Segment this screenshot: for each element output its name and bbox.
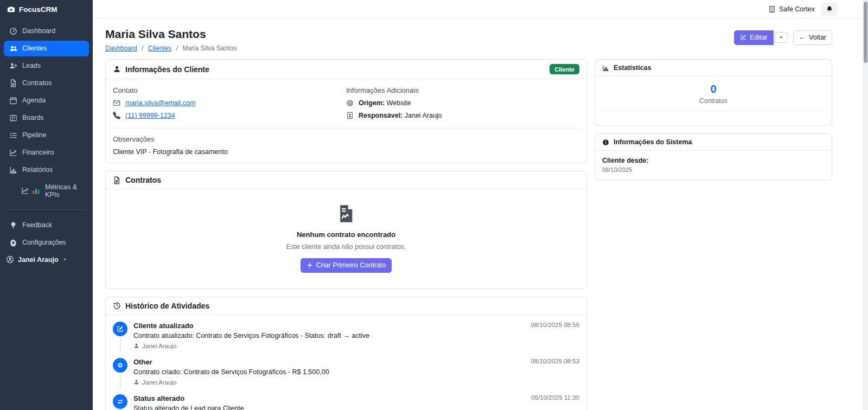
- origin-row: Origem: Website: [346, 99, 579, 107]
- sidebar-item-boards[interactable]: Boards: [4, 110, 89, 126]
- content-grid: Informações do Cliente Cliente Contato: [105, 59, 832, 410]
- arrow-left-icon: ←: [799, 33, 806, 42]
- kanban-icon: [9, 114, 17, 122]
- sidebar-item-leads[interactable]: Leads: [4, 58, 89, 74]
- empty-state-title: Nenhum contrato encontrado: [297, 230, 395, 239]
- chart-colored-icon: [32, 187, 40, 195]
- phone-link[interactable]: (11) 99999-1234: [125, 112, 175, 119]
- statistics-header: Estatísticas: [595, 60, 832, 76]
- breadcrumb-link-clientes[interactable]: Clientes: [148, 44, 171, 52]
- sidebar-item-clientes[interactable]: Clientes: [4, 41, 89, 56]
- edit-button[interactable]: Editar: [734, 30, 774, 45]
- sidebar-user-menu[interactable]: Janei Araujo: [0, 251, 93, 268]
- activity-description: Contrato atualizado: Contrato de Serviço…: [133, 332, 579, 339]
- person-badge-icon: [346, 112, 354, 119]
- activity-bubble: [113, 322, 127, 336]
- breadcrumb-link-dashboard[interactable]: Dashboard: [105, 44, 137, 52]
- email-link[interactable]: maria.silva@email.com: [125, 99, 195, 107]
- activity-bubble: [113, 394, 127, 409]
- workspace-name: Safe Cortex: [779, 5, 815, 13]
- activity-history-card: Histórico de Atividades: [105, 297, 587, 410]
- create-first-contract-label: Criar Primeiro Contrato: [316, 261, 386, 270]
- contracts-header: Contratos: [106, 171, 586, 189]
- file-text-icon: [113, 176, 121, 184]
- side-column: Estatísticas 0 Contratos: [595, 59, 832, 410]
- additional-info-column: Informações Adicionais Origem: Website R…: [346, 86, 579, 124]
- contracts-title-row: Contratos: [113, 176, 161, 184]
- client-info-title-row: Informações do Cliente: [113, 65, 209, 74]
- main-column: Informações do Cliente Cliente Contato: [105, 59, 587, 410]
- activity-user: Janei Araujo: [133, 343, 579, 349]
- bullseye-icon: [346, 99, 354, 107]
- sidebar-item-configuracoes[interactable]: Configurações: [4, 235, 89, 251]
- sidebar-item-relatorios[interactable]: Relatórios: [4, 162, 89, 178]
- system-info-title: Informações do Sistema: [614, 138, 692, 146]
- create-first-contract-button[interactable]: Criar Primeiro Contrato: [301, 258, 392, 273]
- edit-dropdown-toggle[interactable]: [775, 32, 788, 43]
- back-button[interactable]: ← Voltar: [793, 30, 832, 45]
- sidebar-item-metricas-kpis[interactable]: Métricas & KPIs: [4, 180, 89, 202]
- contact-column: Contato maria.silva@email.com (11) 99999…: [113, 86, 346, 124]
- activity-rail: [113, 358, 127, 390]
- sidebar-item-feedback[interactable]: Feedback: [4, 217, 89, 233]
- pencil-square-icon: [740, 34, 746, 41]
- sidebar-item-agenda[interactable]: Agenda: [4, 93, 89, 108]
- back-button-label: Voltar: [809, 33, 826, 42]
- person-icon: [133, 379, 139, 385]
- sidebar-item-label: Contratos: [22, 79, 52, 87]
- scrollbar-thumb[interactable]: [864, 2, 867, 63]
- empty-state-text: Este cliente ainda não possui contratos.: [286, 243, 406, 251]
- activity-timestamp: 08/10/2025 08:55: [531, 322, 579, 328]
- sidebar-item-dashboard[interactable]: Dashboard: [4, 23, 89, 39]
- person-icon: [133, 343, 139, 349]
- owner-text: Responsável: Janei Araujo: [359, 112, 442, 119]
- activity-item-title: Other: [133, 358, 152, 366]
- activity-bubble: [113, 358, 127, 373]
- activity-content: Cliente atualizado 08/10/2025 08:55 Cont…: [133, 322, 579, 354]
- list-check-icon: [9, 131, 17, 139]
- graph-up-icon: [9, 149, 17, 157]
- page-scrollbar[interactable]: [863, 0, 868, 410]
- activity-user-name: Janei Araujo: [142, 343, 176, 349]
- bar-chart-icon: [9, 166, 17, 174]
- sidebar-item-financeiro[interactable]: Financeiro: [4, 145, 89, 161]
- app-root: FocusCRM Dashboard Clientes Leads Contra…: [0, 0, 868, 410]
- person-circle-icon: [6, 255, 14, 264]
- topbar: Safe Cortex: [93, 0, 868, 18]
- sidebar-item-pipeline[interactable]: Pipeline: [4, 127, 89, 143]
- client-info-card: Informações do Cliente Cliente Contato: [105, 59, 587, 163]
- client-info-body: Contato maria.silva@email.com (11) 99999…: [106, 79, 586, 163]
- graph-up-icon: [21, 187, 29, 195]
- activity-content: Other 08/10/2025 08:53 Contrato criado: …: [133, 358, 579, 390]
- timeline-line: [120, 338, 121, 354]
- client-since-label: Cliente desde:: [602, 157, 825, 164]
- gear-icon: [9, 239, 17, 247]
- activity-description: Contrato criado: Contrato de Serviços Fo…: [133, 368, 579, 376]
- sidebar-item-label: Boards: [22, 114, 44, 121]
- clock-history-icon: [113, 302, 121, 310]
- activity-rail: [113, 322, 127, 354]
- calendar-icon: [9, 97, 17, 105]
- activity-item-title: Status alterado: [133, 394, 184, 402]
- brand-name: FocusCRM: [19, 5, 58, 14]
- sidebar-item-label: Dashboard: [22, 27, 55, 35]
- page-content: Maria Silva Santos Dashboard / Clientes …: [93, 18, 868, 410]
- system-info-title-row: Informações do Sistema: [602, 138, 692, 146]
- person-plus-icon: [9, 62, 17, 70]
- phone-icon: [113, 112, 120, 119]
- activity-description: Status alterado de Lead para Cliente: [133, 405, 579, 410]
- activity-timestamp: 05/10/2025 11:30: [531, 394, 579, 401]
- lightbulb-icon: [9, 221, 17, 229]
- system-info-header: Informações do Sistema: [595, 134, 832, 151]
- sidebar-item-label: Clientes: [22, 44, 47, 52]
- activity-list: Cliente atualizado 08/10/2025 08:55 Cont…: [106, 315, 586, 410]
- bell-icon: [826, 5, 833, 13]
- sidebar-item-label: Agenda: [22, 97, 46, 104]
- phone-row: (11) 99999-1234: [113, 112, 346, 119]
- page-header: Maria Silva Santos Dashboard / Clientes …: [105, 28, 832, 52]
- notifications-button[interactable]: [821, 2, 838, 16]
- sidebar-item-contratos[interactable]: Contratos: [4, 75, 89, 91]
- circle-ring-icon: [117, 362, 124, 369]
- person-icon: [113, 65, 121, 73]
- sidebar-item-label: Configurações: [22, 239, 66, 246]
